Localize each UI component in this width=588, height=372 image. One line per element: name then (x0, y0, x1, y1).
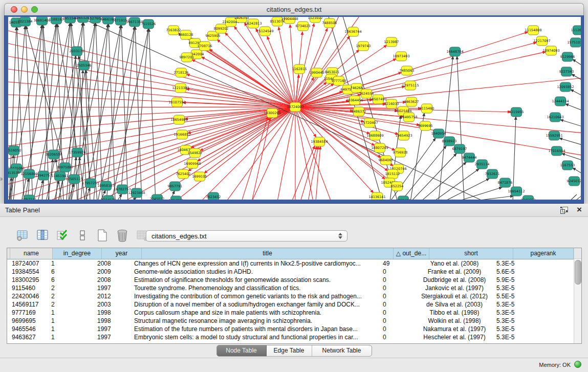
table-cell[interactable]: Nakamura et al. (1997) (414, 325, 495, 333)
network-node[interactable]: 7486372 (352, 107, 366, 116)
float-panel-icon[interactable] (560, 206, 569, 214)
network-node[interactable]: 2935114 (475, 160, 490, 169)
table-cell[interactable]: Estimation of significance thresholds fo… (133, 276, 381, 284)
show-column-icon[interactable] (35, 228, 50, 243)
network-node[interactable]: 9474444 (462, 153, 477, 162)
tab-network-table[interactable]: Network Table (312, 345, 372, 356)
delete-icon[interactable] (115, 228, 129, 243)
table-row[interactable]: 2242004622012Investigating the contribut… (7, 292, 581, 300)
network-node[interactable]: 9215955 (509, 107, 524, 117)
network-node[interactable]: 16648784 (446, 47, 463, 56)
network-node[interactable]: 2505346 (77, 61, 92, 70)
network-node[interactable]: 16242813 (245, 19, 262, 28)
table-cell[interactable]: 9463627 (10, 333, 50, 341)
network-node[interactable]: 1213987 (384, 37, 399, 47)
table-cell[interactable]: Investigating the contribution of common… (133, 292, 381, 300)
network-node[interactable]: 9756928 (393, 148, 408, 157)
network-node[interactable]: 16210643 (547, 113, 563, 122)
scrollbar-thumb[interactable] (575, 260, 581, 285)
table-cell[interactable]: 14569117 (10, 300, 50, 309)
table-row[interactable]: 977716911998Corpus callosum shape and si… (7, 309, 581, 317)
table-cell[interactable]: 1997 (96, 333, 133, 341)
network-node[interactable]: 2718126 (174, 68, 189, 77)
network-node[interactable]: 1699105 (192, 172, 207, 181)
table-cell[interactable]: Estimation of the future numbers of pati… (133, 325, 381, 333)
table-cell[interactable]: Jankovic et al. (1997) (414, 284, 495, 292)
table-cell[interactable]: Dudbridge et al. (2008) (414, 276, 495, 284)
table-cell[interactable]: 18300295 (10, 276, 50, 284)
new-file-icon[interactable] (95, 228, 110, 243)
network-node[interactable]: 6879197 (452, 144, 467, 154)
network-node[interactable]: 8660128 (179, 30, 193, 39)
table-cell[interactable]: 0 (381, 300, 414, 309)
network-node[interactable]: 9115460 (420, 104, 434, 113)
network-node[interactable]: 7623452 (206, 192, 221, 200)
network-node[interactable]: 1840954 (431, 129, 446, 138)
network-node[interactable]: 1167553 (560, 161, 575, 170)
table-row[interactable]: 1456911722003Disruption of a novel membe… (7, 300, 581, 309)
table-cell[interactable]: 5.3E-5 (495, 284, 552, 292)
table-cell[interactable]: Structural magnetic resonance image aver… (133, 317, 381, 325)
network-node[interactable]: 9245652 (521, 195, 536, 200)
vertical-scrollbar[interactable] (574, 248, 581, 343)
table-cell[interactable]: 2009 (96, 268, 133, 276)
network-node[interactable]: 852254 (391, 182, 404, 191)
column-header-title[interactable]: title (142, 248, 394, 259)
table-cell[interactable]: Tourette syndrome. Phenomenology and cla… (133, 284, 381, 292)
network-node[interactable]: 1708716 (198, 41, 212, 51)
table-cell[interactable]: 9465546 (10, 325, 50, 333)
network-node[interactable]: 1162815 (292, 64, 307, 74)
table-row[interactable]: 1872400712008Changes of HCN gene express… (7, 259, 581, 268)
network-node[interactable]: 7625402 (176, 169, 191, 179)
column-header-short[interactable]: short (429, 248, 513, 259)
network-node[interactable]: 12217097 (533, 36, 550, 46)
network-node[interactable]: 8471876 (498, 178, 513, 187)
network-node[interactable]: 8938923 (442, 137, 457, 146)
network-node[interactable]: 9129966 (560, 52, 575, 61)
table-cell[interactable]: 0 (381, 268, 414, 276)
table-cell[interactable]: 6 (50, 276, 96, 284)
tab-node-table[interactable]: Node Table (217, 345, 267, 356)
table-cell[interactable]: Hescheler et al. (1997) (414, 333, 495, 341)
table-cell[interactable]: 2 (50, 284, 96, 292)
network-node[interactable]: 10974093 (542, 46, 559, 55)
table-cell[interactable]: Genome-wide association studies in ADHD. (133, 268, 381, 276)
table-row[interactable]: 946554611997Estimation of the future num… (7, 325, 581, 333)
table-cell[interactable]: 5.3E-5 (495, 325, 552, 333)
table-row[interactable]: 946362711997Embryonic stem cells: a mode… (7, 333, 581, 341)
table-cell[interactable]: 5.3E-5 (495, 259, 552, 268)
tab-edge-table[interactable]: Edge Table (267, 345, 312, 356)
table-cell[interactable]: 5.3E-5 (495, 333, 552, 341)
table-cell[interactable]: Yano et al. (2008) (414, 259, 495, 268)
table-cell[interactable]: Franke et al. (2009) (414, 268, 495, 276)
network-node[interactable]: 1979743 (356, 41, 371, 51)
collapsed-panel-arrow-icon[interactable] (1, 177, 3, 181)
network-node[interactable]: 2516050 (8, 146, 21, 155)
table-cell[interactable]: 2008 (96, 259, 133, 268)
table-cell[interactable]: de Silva et al. (2003) (414, 300, 495, 309)
table-cell[interactable]: 1998 (96, 309, 133, 317)
table-cell[interactable]: 1 (50, 333, 96, 341)
row-height-icon[interactable] (75, 228, 90, 243)
table-cell[interactable]: 5.5E-5 (495, 292, 552, 300)
table-cell[interactable]: 2 (50, 292, 96, 300)
table-cell[interactable]: Stergiakouli et al. (2012) (414, 292, 495, 300)
table-cell[interactable]: 9699695 (10, 317, 50, 325)
table-row[interactable]: 1938455462009Genome-wide association stu… (7, 268, 581, 276)
table-cell[interactable]: 22420046 (10, 292, 50, 300)
table-cell[interactable]: 1 (50, 317, 96, 325)
table-cell[interactable]: 2012 (96, 292, 133, 300)
table-cell[interactable]: 9115460 (10, 284, 50, 292)
table-cell[interactable]: Tibbo et al. (1998) (414, 309, 495, 317)
network-node[interactable]: 9684067 (379, 156, 394, 165)
table-cell[interactable]: Corpus callosum shape and size in male p… (133, 309, 381, 317)
network-node[interactable]: 11154808 (525, 26, 541, 35)
table-cell[interactable]: 1997 (96, 284, 133, 292)
network-node[interactable]: 15592951 (546, 131, 562, 140)
citation-network-graph[interactable]: 1405572202138430691406118816319533461065… (8, 17, 581, 200)
network-node[interactable]: 15751074 (567, 38, 581, 47)
close-panel-icon[interactable]: × (577, 205, 582, 215)
network-node[interactable]: 14136141 (368, 192, 385, 200)
network-node[interactable]: 12975115 (402, 81, 419, 90)
network-node[interactable]: 6734023 (296, 21, 311, 31)
